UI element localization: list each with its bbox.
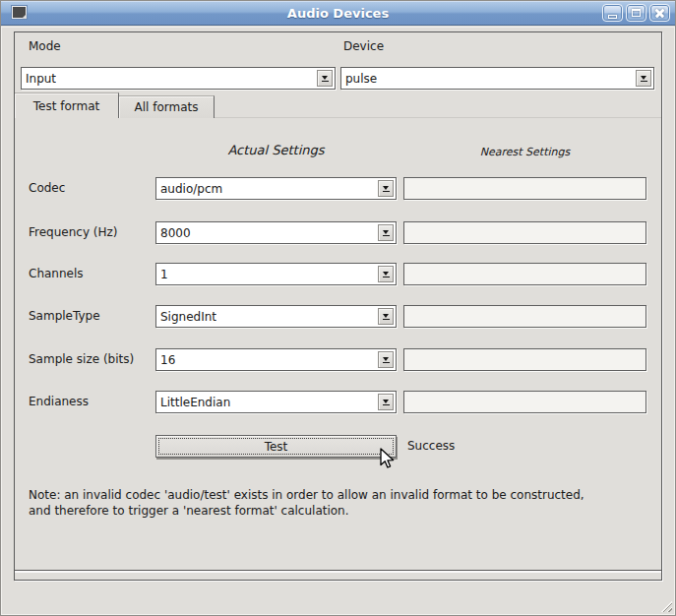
tab-all-formats[interactable]: All formats — [119, 95, 215, 118]
device-combobox-value: pulse — [341, 72, 377, 86]
close-icon — [654, 8, 665, 19]
window-controls — [602, 4, 670, 22]
tab-test-format-label: Test format — [33, 99, 99, 113]
chevron-down-icon[interactable] — [317, 70, 333, 87]
tab-all-formats-label: All formats — [135, 100, 199, 114]
note-line-2: and therefore to trigger a 'nearest form… — [29, 503, 653, 519]
audio-devices-window: Audio Devices Mode Device Input pulse Te… — [0, 0, 676, 616]
test-button-label: Test — [158, 438, 394, 455]
titlebar[interactable]: Audio Devices — [1, 1, 675, 26]
mode-label: Mode — [29, 39, 61, 54]
maximize-button[interactable] — [626, 4, 646, 22]
note-line-1: Note: an invalid codec 'audio/test' exis… — [29, 487, 653, 503]
note-text: Note: an invalid codec 'audio/test' exis… — [29, 487, 653, 519]
device-label: Device — [343, 39, 384, 54]
device-combobox[interactable]: pulse — [340, 67, 654, 90]
minimize-icon — [608, 15, 617, 19]
maximize-icon — [632, 9, 641, 17]
status-text: Success — [407, 435, 455, 458]
resize-grip[interactable] — [658, 598, 672, 612]
window-title: Audio Devices — [1, 6, 675, 21]
mode-combobox-value: Input — [22, 72, 56, 86]
main-frame: Mode Device Input pulse Test format All … — [14, 31, 662, 581]
mode-combobox[interactable]: Input — [21, 67, 336, 90]
minimize-button[interactable] — [602, 4, 623, 22]
tab-test-format[interactable]: Test format — [15, 92, 119, 118]
close-button[interactable] — [649, 4, 670, 22]
chevron-down-icon[interactable] — [636, 70, 651, 87]
test-button[interactable]: Test — [155, 435, 397, 458]
